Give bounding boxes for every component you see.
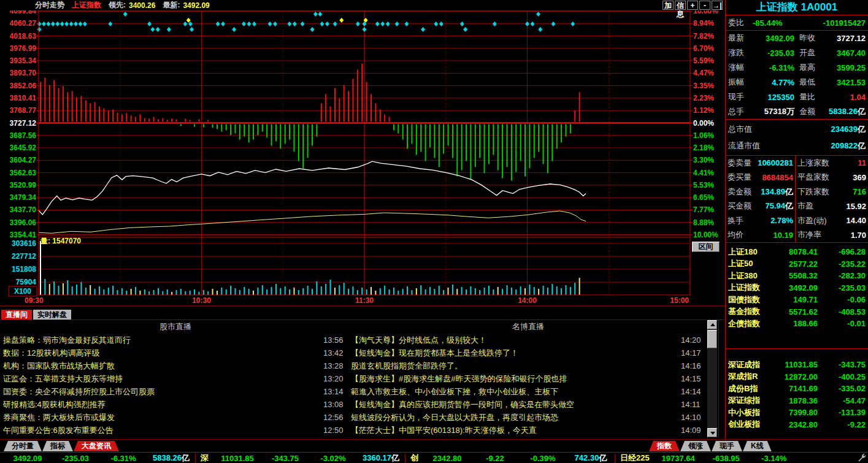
stat-row: 上涨家数11 <box>796 156 868 170</box>
svg-text:09:30: 09:30 <box>25 296 44 305</box>
news-tab-bar: 直播间实时解盘 <box>0 310 724 320</box>
tab-K线[interactable]: K线 <box>743 441 772 451</box>
news-item-time: 13:42 <box>323 346 348 359</box>
svg-text:7.77%: 7.77% <box>693 205 714 214</box>
news-item[interactable]: 证监会：五举措支持大股东等增持13:20 <box>3 372 348 385</box>
shanghai-index-list: 上证1808078.41-696.28上证502577.22-235.22上证3… <box>726 243 868 349</box>
news-scrollbar[interactable] <box>707 320 717 437</box>
bottom-tab-strip: 分时量指标大盘资讯 指数领涨现手K线 <box>0 439 868 451</box>
index-row[interactable]: 创业板指2342.80-9.22 <box>726 419 868 431</box>
index-row[interactable]: 深证综指1878.36-54.47 <box>726 395 868 407</box>
news-item[interactable]: 【短线淘金】真的应该把期货暂停一段时间，确实是在带头做空14:11 <box>351 398 705 411</box>
index-row[interactable]: 深证成指11031.85-343.75 <box>726 359 868 371</box>
index-row[interactable]: 国债指数149.71-0.06 <box>726 294 868 306</box>
last-value: 3492.09 <box>183 1 209 10</box>
news-tab-realtime[interactable]: 实时解盘 <box>33 310 71 320</box>
tab-指标[interactable]: 指标 <box>42 441 73 451</box>
scroll-down-button[interactable] <box>707 428 717 437</box>
index-row[interactable]: 成份B指7141.69-335.02 <box>726 383 868 395</box>
svg-text:1.12%: 1.12% <box>693 106 714 115</box>
wrench-icon[interactable] <box>857 453 867 463</box>
svg-text:5.53%: 5.53% <box>693 181 714 189</box>
value-number: 134.89 <box>761 187 785 196</box>
quote-row: 总手57318万金额5838.26亿 <box>726 104 868 119</box>
svg-text:3893.70: 3893.70 <box>10 69 37 77</box>
market-cap-section: 总市值234639亿流通市值209822亿 <box>726 120 868 156</box>
news-item[interactable]: 範進入市救主板、中小创业板下挫，救中小创业板、主板下14:14 <box>351 385 705 398</box>
news-item[interactable]: 操盘策略：弱市淘金最好反其道而行13:56 <box>3 334 348 346</box>
quote-label: 量比 <box>799 91 824 102</box>
news-item[interactable]: 研报精选:4股获机构强烈推荐13:08 <box>3 398 348 411</box>
svg-text:3604.27: 3604.27 <box>10 156 37 164</box>
index-row[interactable]: 中小板指7399.80-131.39 <box>726 407 868 419</box>
index-row[interactable]: 基金指数5571.62-408.53 <box>726 306 868 318</box>
index-value: 5571.62 <box>775 307 818 316</box>
index-row[interactable]: 上证1808078.41-696.28 <box>726 246 868 258</box>
quote-row: 现手125350量比1.04 <box>726 90 868 104</box>
quote-label: 现手 <box>728 91 753 102</box>
news-panel: 股市直播 操盘策略：弱市淘金最好反其道而行13:56数据：12股获机构调高评级1… <box>0 320 719 437</box>
status-value: -638.95 <box>702 454 750 463</box>
index-row[interactable]: 上证502577.22-235.22 <box>726 258 868 270</box>
svg-text:6.65%: 6.65% <box>693 193 714 202</box>
stat-value: 15.92 <box>846 202 866 211</box>
tab-领涨[interactable]: 领涨 <box>680 441 711 451</box>
stock-live-header: 股市直播 <box>3 320 348 334</box>
status-value: -9.22 <box>471 454 519 463</box>
svg-text:3479.34: 3479.34 <box>10 193 37 202</box>
news-item[interactable]: 【股海求生】#股海求生解盘#昨天强势的保险和银行个股也排14:15 <box>351 372 705 385</box>
news-item-time: 13:56 <box>323 334 348 346</box>
range-button[interactable]: 区间 <box>692 242 720 252</box>
scroll-up-button[interactable] <box>707 320 717 329</box>
stat-label: 委买量 <box>728 172 751 183</box>
tab-大盘资讯[interactable]: 大盘资讯 <box>74 441 119 451</box>
tab-分时量[interactable]: 分时量 <box>4 441 42 451</box>
news-item[interactable]: 【茫茫大士】中国平安(601318):昨天涨停板，今天直14:09 <box>351 424 705 437</box>
index-name: 基金指数 <box>728 306 775 317</box>
index-row[interactable]: 企债指数188.66-0.01 <box>726 318 868 330</box>
svg-text:7.82%: 7.82% <box>693 32 714 40</box>
news-item[interactable]: 短线波段分析认为，今日大盘以大跌开盘，再度引起市场恐14:10 <box>351 411 705 424</box>
tab-现手[interactable]: 现手 <box>712 441 742 451</box>
index-row[interactable]: 上证指数3492.09-235.03 <box>726 282 868 294</box>
svg-text:量: 1547070: 量: 1547070 <box>40 237 81 245</box>
status-market-label: 深 <box>196 453 213 463</box>
svg-text:3354.41: 3354.41 <box>10 231 37 239</box>
news-item[interactable]: 券商聚焦：两大板块后市或爆发12:56 <box>3 411 348 424</box>
news-item[interactable]: 机构：国家队救市战场大幅扩散13:28 <box>3 359 348 372</box>
index-change: -335.02 <box>818 384 866 393</box>
index-row[interactable]: 上证3805508.32-282.30 <box>726 270 868 282</box>
stats-section: 委卖量10600281委买量8684854卖金额134.89亿买金额75.94亿… <box>726 156 868 243</box>
quote-label: 昨收 <box>799 33 824 44</box>
info-button[interactable]: 信息 <box>675 1 686 10</box>
lead-value: 3400.26 <box>129 1 155 10</box>
tab-指数[interactable]: 指数 <box>649 441 680 451</box>
weibi-diff: -101915427 <box>823 18 866 28</box>
stat-label: 平盘家数 <box>797 172 829 183</box>
cap-row: 流通市值209822亿 <box>726 137 868 154</box>
svg-text:3.35%: 3.35% <box>693 82 714 90</box>
intraday-chart[interactable]: 4099.844060.274018.633976.993935.343893.… <box>0 0 724 310</box>
news-item[interactable]: 国资委：央企不得减持所控股上市公司股票13:14 <box>3 385 348 398</box>
index-value: 5508.32 <box>775 271 818 280</box>
index-row[interactable]: 深成指R12872.00-400.25 <box>726 371 868 383</box>
svg-text:15:00: 15:00 <box>670 296 689 305</box>
news-item[interactable]: 【短线淘金】现在期货都基本上是全线跌停了！14:17 <box>351 346 705 359</box>
value-number: 75.94 <box>765 201 785 210</box>
news-item[interactable]: 午间重要公告:6股发布重要公告12:50 <box>3 424 348 437</box>
news-item[interactable]: 【淘气天尊】分时线低点，级别较大！14:20 <box>351 334 705 346</box>
scrollbar-thumb[interactable] <box>707 330 717 348</box>
zoom-out-button[interactable]: - <box>699 1 710 10</box>
jump-end-button[interactable]: →| <box>712 1 723 10</box>
status-value: -343.75 <box>261 454 309 463</box>
status-value: 2342.80 <box>423 454 471 463</box>
news-item[interactable]: 数据：12股获机构调高评级13:42 <box>3 346 348 359</box>
zoom-in-button[interactable]: + <box>687 1 698 10</box>
add-button[interactable]: 加 <box>663 1 674 10</box>
news-tab-live[interactable]: 直播间 <box>1 310 32 320</box>
news-item-time: 14:16 <box>681 359 705 372</box>
news-item[interactable]: 股道玄机股指期货全部跌停了。14:16 <box>351 359 705 372</box>
cap-label: 流通市值 <box>728 140 760 151</box>
value-unit: 亿 <box>858 107 866 116</box>
news-item-text: 【短线淘金】真的应该把期货暂停一段时间，确实是在带头做空 <box>351 398 681 411</box>
